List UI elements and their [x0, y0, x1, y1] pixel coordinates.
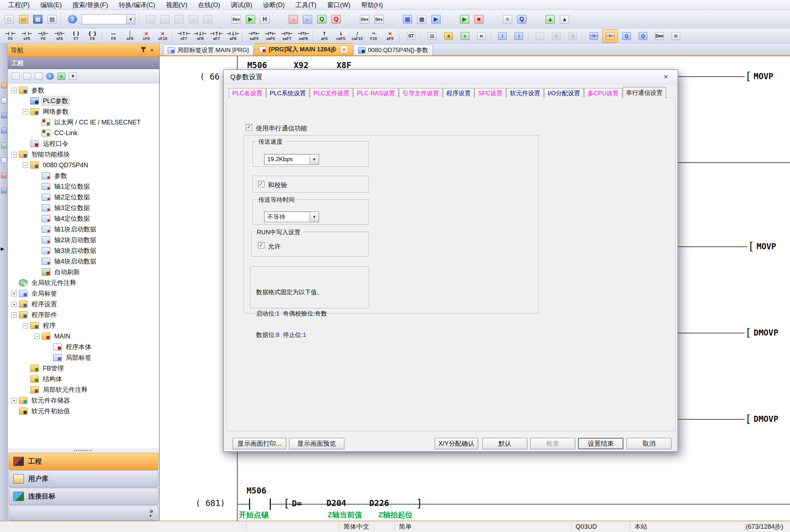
dialog-tab[interactable]: 程序设置	[443, 88, 474, 98]
ladder-symbol-button[interactable]: ⊣*⊢ saF6	[263, 29, 278, 43]
document-tab[interactable]: 0080:QD75P4N[]-参数	[354, 45, 433, 55]
ladder-symbol-button[interactable]	[399, 30, 402, 42]
ladder-symbol-button[interactable]: ↓ caF5	[333, 29, 349, 43]
navigation-tool-button[interactable]: ▼	[67, 71, 78, 82]
dialog-tab[interactable]: 引导文件设置	[399, 88, 442, 98]
toolbar-button[interactable]: ▶	[244, 12, 257, 26]
docked-window-icon[interactable]	[1, 158, 7, 163]
ladder-tool-button[interactable]: \	[511, 29, 527, 43]
chevron-down-icon[interactable]: ▼	[309, 154, 319, 164]
navigation-tool-button[interactable]	[22, 71, 32, 82]
tree-item[interactable]: 程序设置	[8, 299, 159, 310]
tree-expand-toggle[interactable]	[11, 312, 17, 318]
toolbar-button[interactable]: ▶	[429, 12, 443, 26]
ladder-symbol-button[interactable]: ⊣*⊢ saF7	[279, 29, 295, 43]
tree-item[interactable]: 轴1块启动数据	[8, 224, 159, 235]
dialog-tab[interactable]: PLC文件设置	[310, 88, 353, 98]
toolbar-button[interactable]: →	[287, 12, 300, 26]
ladder-symbol-button[interactable]: ⊣↓⊢ sF8	[192, 29, 208, 43]
tree-item[interactable]: 全局标签	[8, 288, 159, 299]
toolbar-button[interactable]: ▭	[17, 12, 30, 26]
tree-item[interactable]: 以太网 / CC IE / MELSECNET	[8, 117, 159, 128]
toolbar-button[interactable]: □	[2, 12, 16, 26]
navigation-overflow-button[interactable]: » ▼	[9, 506, 158, 521]
dialog-tab[interactable]: 串行通信设置	[623, 87, 666, 98]
navigation-view-button[interactable]: 用户库	[9, 470, 158, 487]
help-button[interactable]: ?	[66, 12, 79, 26]
docked-window-icon[interactable]	[1, 113, 7, 118]
ladder-tool-button[interactable]	[532, 29, 548, 43]
ladder-symbol-button[interactable]: ⊣/⊢ F6	[35, 29, 51, 43]
tree-item[interactable]: 局部软元件注释	[8, 384, 159, 395]
panel-expand-arrow[interactable]: ▶	[1, 246, 4, 251]
tree-item[interactable]: 智能功能模块	[8, 149, 159, 160]
tree-item[interactable]: 参数	[8, 170, 159, 181]
toolbar-button[interactable]: Dev	[358, 12, 371, 26]
dialog-tab[interactable]: 多CPU设置	[584, 88, 622, 98]
document-tab[interactable]: [PRG]写入 MAIN 1284步 ×	[254, 43, 353, 55]
ladder-symbol-button[interactable]: ⊣↑⊢ sF7	[176, 29, 192, 43]
ladder-tool-button[interactable]: a	[441, 29, 456, 43]
menu-item[interactable]: 在线(O)	[193, 0, 226, 10]
tree-item[interactable]: 结构体	[8, 374, 159, 384]
tree-item[interactable]: 轴1定位数据	[8, 181, 159, 192]
quick-find-combobox[interactable]: ▼	[82, 14, 135, 24]
toolbar-button[interactable]: Q	[315, 12, 329, 26]
toolbar-button[interactable]: ▲	[558, 12, 571, 26]
ladder-symbol-button[interactable]: ⊣↑⊢ aF7	[209, 29, 224, 43]
toolbar-button[interactable]	[344, 12, 357, 26]
tree-item[interactable]: MAIN	[8, 331, 159, 342]
toolbar-button[interactable]	[444, 12, 457, 26]
screen-print-button[interactable]: 显示画面打印...	[233, 438, 286, 449]
transmission-speed-select[interactable]: 19.2Kbps ▼	[264, 154, 319, 165]
ladder-symbol-button[interactable]: × cF9	[138, 29, 154, 43]
ladder-symbol-button[interactable]: ( ) F7	[68, 29, 84, 43]
ladder-symbol-button[interactable]: { } F8	[85, 29, 100, 43]
check-button[interactable]: 检查	[530, 438, 575, 449]
xy-assignment-confirm-button[interactable]: X/Y分配确认	[435, 438, 478, 449]
ladder-tool-button[interactable]: ⊣⊢	[602, 29, 618, 43]
transmission-wait-select[interactable]: 不等待 ▼	[264, 211, 319, 222]
ladder-tool-button[interactable]: Q	[635, 29, 651, 43]
toolbar-button[interactable]: Q	[515, 12, 528, 26]
tree-item[interactable]: 轴4定位数据	[8, 213, 159, 224]
docked-window-icon[interactable]	[1, 188, 7, 193]
toolbar-button[interactable]: ▤	[45, 12, 59, 26]
ladder-symbol-button[interactable]	[313, 30, 315, 42]
navigation-tool-button[interactable]: e	[56, 71, 67, 82]
sum-check-checkbox[interactable]	[258, 181, 264, 187]
ladder-symbol-button[interactable]: ¬ F10	[366, 29, 381, 43]
ladder-symbol-button[interactable]	[172, 30, 174, 42]
ladder-tool-button[interactable]: ⊖	[668, 29, 684, 43]
dialog-title-bar[interactable]: Q参数设置 ×	[224, 70, 678, 84]
toolbar-button[interactable]: ▶	[458, 12, 471, 26]
ladder-symbol-button[interactable]	[242, 30, 245, 42]
navigation-tool-button[interactable]: i	[45, 71, 55, 82]
ladder-tool-button[interactable]	[420, 30, 423, 42]
close-icon[interactable]: ×	[148, 46, 156, 54]
document-tab[interactable]: 局部标签设置 MAIN [PRG]	[163, 45, 253, 55]
tree-item[interactable]: 程序	[8, 320, 159, 331]
tree-item[interactable]: 轴4块启动数据	[8, 256, 159, 267]
toolbar-button[interactable]	[486, 12, 500, 26]
tree-expand-toggle[interactable]	[11, 291, 17, 296]
ladder-tool-button[interactable]	[582, 30, 584, 42]
menu-item[interactable]: 帮助(H)	[356, 0, 388, 10]
tree-item[interactable]: 软元件存储器	[8, 395, 159, 406]
tree-item[interactable]: 轴2块启动数据	[8, 235, 159, 245]
menu-item[interactable]: 诊断(D)	[258, 0, 290, 10]
toolbar-button[interactable]: ≡	[501, 12, 514, 26]
tree-item[interactable]: 网络参数	[8, 106, 159, 117]
toolbar-button[interactable]	[386, 12, 400, 26]
ladder-symbol-button[interactable]	[102, 30, 104, 42]
tree-item[interactable]: 自动刷新	[8, 267, 159, 277]
dialog-tab[interactable]: PLC系统设置	[266, 88, 309, 98]
menu-item[interactable]: 工程(P)	[3, 0, 35, 10]
docked-window-icon[interactable]	[1, 128, 7, 133]
tree-expand-toggle[interactable]	[11, 88, 17, 93]
tree-expand-toggle[interactable]	[23, 109, 28, 114]
tree-item[interactable]: 全局软元件注释	[8, 277, 159, 288]
toolbar-button[interactable]	[158, 12, 172, 26]
menu-item[interactable]: 工具(T)	[290, 0, 322, 10]
dialog-tab[interactable]: PLC RAS设置	[353, 88, 399, 98]
